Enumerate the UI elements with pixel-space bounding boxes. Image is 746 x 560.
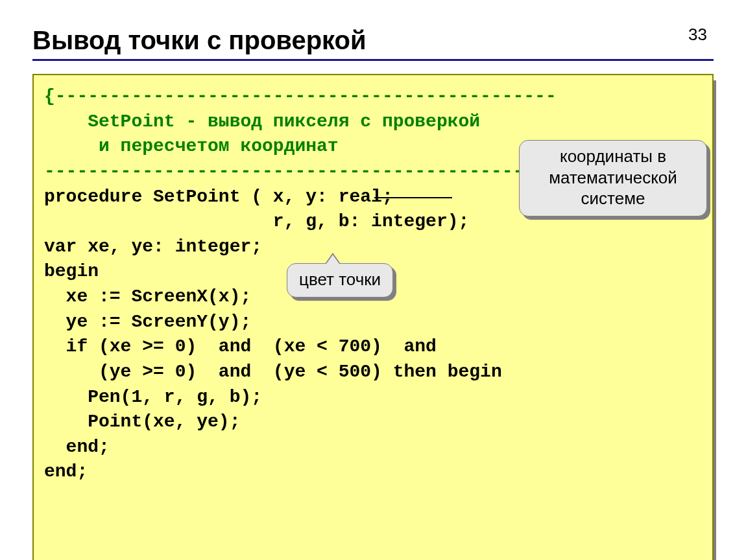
code-comment-line: {---------------------------------------… <box>44 86 557 106</box>
title-rule <box>32 59 714 61</box>
code-line: procedure SetPoint ( x, y: real; <box>44 187 393 207</box>
code-line: (ye >= 0) and (ye < 500) then begin <box>44 362 502 382</box>
code-line: end; <box>44 461 88 482</box>
slide-title: Вывод точки с проверкой <box>32 19 714 55</box>
callout-point-color: цвет точки <box>287 263 393 298</box>
callout-coords-math: координаты в математической системе <box>519 140 707 216</box>
page-number: 33 <box>688 25 707 45</box>
code-line: end; <box>44 437 110 457</box>
code-line: Point(xe, ye); <box>44 412 240 432</box>
callout-tail <box>326 255 339 264</box>
code-line: begin <box>44 261 99 281</box>
code-line: r, g, b: integer); <box>44 211 469 231</box>
code-comment-line: ----------------------------------------… <box>44 161 568 181</box>
code-comment-line: SetPoint - вывод пикселя с проверкой <box>44 111 480 132</box>
code-block-wrap: {---------------------------------------… <box>32 74 714 560</box>
code-line: if (xe >= 0) and (xe < 700) and <box>44 336 437 356</box>
callout-text: цвет точки <box>299 270 381 289</box>
code-comment-line: и пересчетом координат <box>44 136 339 156</box>
code-line: Pen(1, r, g, b); <box>44 387 262 407</box>
code-line: ye := ScreenY(y); <box>44 312 251 332</box>
code-line: xe := ScreenX(x); <box>44 286 251 307</box>
slide: 33 Вывод точки с проверкой {------------… <box>0 0 746 560</box>
code-line: var xe, ye: integer; <box>44 237 262 257</box>
code-block: {---------------------------------------… <box>32 74 714 560</box>
callout-connector <box>374 197 452 198</box>
